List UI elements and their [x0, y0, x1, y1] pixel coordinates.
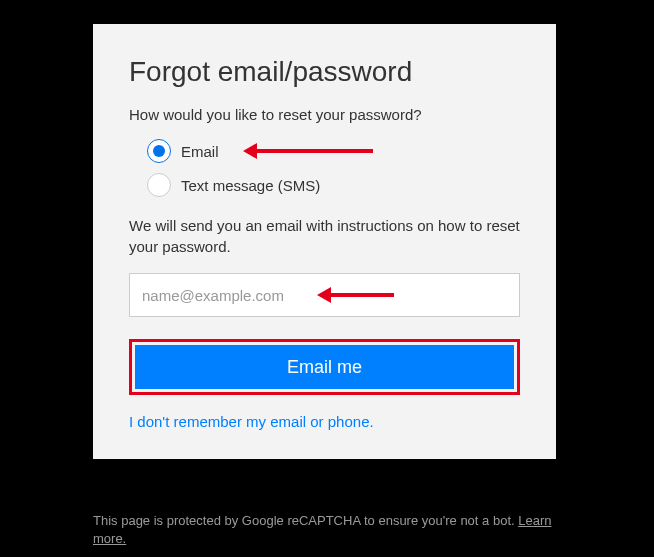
forgot-email-phone-link[interactable]: I don't remember my email or phone.	[129, 413, 374, 430]
radio-label-email[interactable]: Email	[181, 143, 219, 160]
radio-option-email[interactable]: Email	[147, 139, 520, 163]
footer-text: This page is protected by Google reCAPTC…	[93, 513, 518, 528]
forgot-password-card: Forgot email/password How would you like…	[93, 24, 556, 459]
radio-option-sms[interactable]: Text message (SMS)	[147, 173, 520, 197]
reset-method-group: Email Text message (SMS)	[147, 139, 520, 197]
radio-button-email[interactable]	[147, 139, 171, 163]
email-input-wrapper	[129, 273, 520, 317]
radio-button-sms[interactable]	[147, 173, 171, 197]
radio-label-sms[interactable]: Text message (SMS)	[181, 177, 320, 194]
instructions-text: We will send you an email with instructi…	[129, 215, 520, 257]
button-highlight-box: Email me	[129, 339, 520, 395]
page-title: Forgot email/password	[129, 56, 520, 88]
recaptcha-footer: This page is protected by Google reCAPTC…	[93, 512, 556, 548]
email-me-button[interactable]: Email me	[135, 345, 514, 389]
email-field[interactable]	[129, 273, 520, 317]
radio-dot-icon	[153, 145, 165, 157]
reset-method-question: How would you like to reset your passwor…	[129, 106, 520, 123]
